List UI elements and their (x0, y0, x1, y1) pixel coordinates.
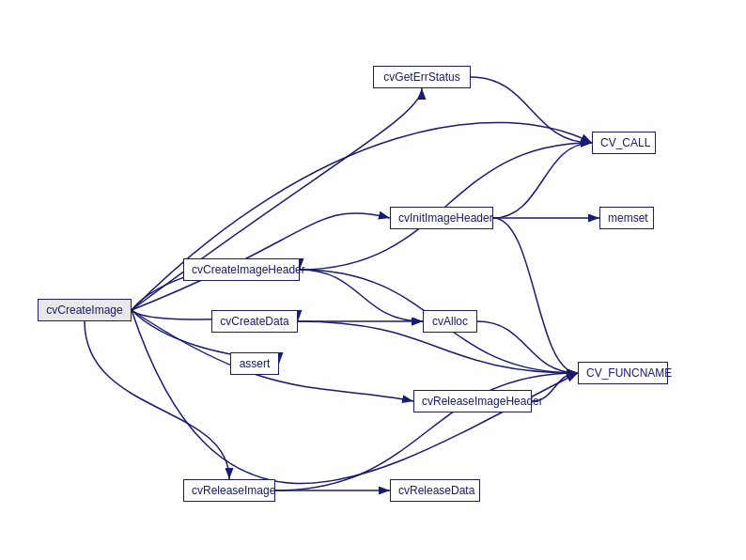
node-cvInitImageHeader: cvInitImageHeader (390, 207, 493, 229)
node-assert: assert (230, 352, 279, 375)
node-cvCreateData: cvCreateData (211, 310, 298, 333)
node-cvCreateImage: cvCreateImage (38, 299, 132, 321)
node-memset: memset (599, 207, 654, 229)
node-CV_CALL: CV_CALL (592, 132, 656, 154)
node-cvGetErrStatus: cvGetErrStatus (373, 66, 471, 88)
node-cvReleaseData: cvReleaseData (390, 479, 480, 502)
node-cvReleaseImageHeader: cvReleaseImageHeader (413, 390, 532, 412)
node-cvAlloc: cvAlloc (423, 310, 477, 333)
node-cvReleaseImage: cvReleaseImage (183, 479, 275, 502)
node-CV_FUNCNAME: CV_FUNCNAME (578, 362, 668, 384)
node-cvCreateImageHeader: cvCreateImageHeader (183, 258, 300, 281)
